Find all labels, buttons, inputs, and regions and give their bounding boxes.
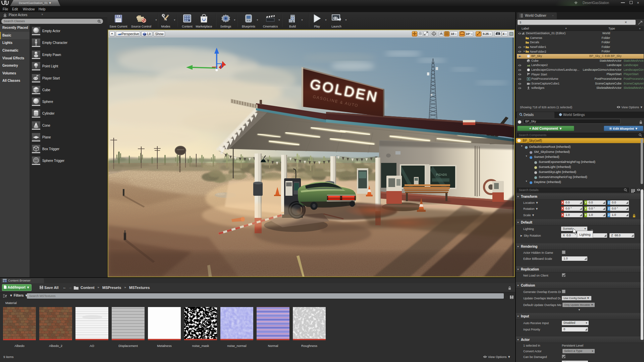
svg-text:PIZADS: PIZADS xyxy=(436,173,447,176)
